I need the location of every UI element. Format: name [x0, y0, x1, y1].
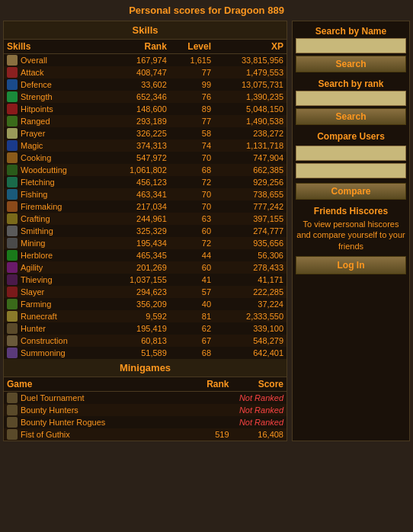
skill-name: Thieving — [21, 275, 53, 284]
skill-rank: 294,623 — [104, 286, 170, 298]
skill-level: 70 — [170, 188, 214, 200]
login-button[interactable]: Log In — [296, 256, 406, 274]
skill-level: 44 — [170, 249, 214, 261]
skill-name-cell: Overall — [4, 54, 104, 67]
skill-name-cell: Hunter — [4, 322, 104, 335]
skill-name-cell: Farming — [4, 298, 104, 310]
search-rank-button[interactable]: Search — [296, 108, 406, 125]
table-row: Firemaking 217,034 70 777,242 — [4, 200, 287, 213]
skill-name: Magic — [21, 141, 43, 150]
skill-name: Strength — [21, 92, 53, 101]
skill-name: Mining — [21, 239, 45, 248]
skill-rank: 547,972 — [104, 152, 170, 164]
smithing-icon — [7, 226, 18, 236]
search-name-button[interactable]: Search — [296, 56, 406, 72]
skill-level: 60 — [170, 225, 214, 237]
skill-level: 72 — [170, 176, 214, 188]
compare-input-2[interactable] — [296, 163, 406, 178]
skill-name-cell: Smithing — [4, 225, 104, 237]
search-name-label: Search by Name — [296, 26, 406, 37]
minigame-icon — [7, 393, 18, 403]
defence-icon — [7, 79, 18, 90]
skill-name-cell: Fishing — [4, 188, 104, 200]
woodcutting-icon — [7, 165, 18, 175]
friends-label: Friends Hiscores — [296, 206, 406, 216]
farming-icon — [7, 299, 18, 309]
skill-name-cell: Mining — [4, 237, 104, 249]
skill-name: Attack — [21, 68, 44, 77]
skill-name-cell: Prayer — [4, 127, 104, 139]
compare-input-1[interactable] — [296, 146, 406, 161]
skill-name: Overall — [21, 56, 47, 65]
mg-name: Duel Tournament — [21, 393, 85, 402]
table-row: Herblore 465,345 44 56,306 — [4, 249, 287, 261]
table-row: Ranged 293,189 77 1,490,538 — [4, 115, 287, 127]
skill-level: 1,615 — [170, 54, 214, 67]
table-row: Fishing 463,341 70 738,655 — [4, 188, 287, 200]
runecraft-icon — [7, 311, 18, 322]
skill-xp: 1,131,718 — [214, 139, 287, 152]
table-row: Slayer 294,623 57 222,285 — [4, 286, 287, 298]
mg-name-cell: Bounty Hunter Rogues — [4, 416, 183, 428]
friends-section: Friends Hiscores To view personal hiscor… — [296, 206, 406, 274]
skill-name-cell: Runecraft — [4, 310, 104, 322]
skill-level: 74 — [170, 139, 214, 152]
table-row: Hunter 195,419 62 339,100 — [4, 322, 287, 335]
skill-xp: 13,075,731 — [214, 79, 287, 91]
skill-rank: 326,225 — [104, 127, 170, 139]
minigame-icon — [7, 417, 18, 428]
skill-level: 70 — [170, 152, 214, 164]
skill-rank: 217,034 — [104, 200, 170, 213]
table-row: Hitpoints 148,600 89 5,048,150 — [4, 103, 287, 115]
skill-name: Construction — [21, 336, 68, 345]
skill-name-cell: Herblore — [4, 249, 104, 261]
skill-name: Runecraft — [21, 312, 57, 321]
skill-xp: 397,155 — [214, 213, 287, 225]
search-rank-label: Search by rank — [296, 79, 406, 89]
skill-level: 76 — [170, 91, 214, 103]
skill-rank: 463,341 — [104, 188, 170, 200]
skill-xp: 662,385 — [214, 164, 287, 176]
skill-level: 58 — [170, 127, 214, 139]
skill-rank: 244,961 — [104, 213, 170, 225]
hitpoints-icon — [7, 104, 18, 114]
table-row: Cooking 547,972 70 747,904 — [4, 152, 287, 164]
search-name-input[interactable] — [296, 38, 406, 53]
skill-rank: 195,419 — [104, 322, 170, 335]
skill-xp: 1,390,235 — [214, 91, 287, 103]
skill-name: Hitpoints — [21, 104, 53, 114]
skill-level: 41 — [170, 274, 214, 286]
fishing-icon — [7, 189, 18, 200]
compare-button[interactable]: Compare — [296, 183, 406, 200]
skill-name: Farming — [21, 300, 51, 309]
skill-xp: 222,285 — [214, 286, 287, 298]
skill-level: 40 — [170, 298, 214, 310]
skill-name: Herblore — [21, 251, 53, 260]
skill-name: Defence — [21, 80, 52, 89]
skill-name-cell: Ranged — [4, 115, 104, 127]
firemaking-icon — [7, 201, 18, 212]
skill-level: 77 — [170, 115, 214, 127]
skill-xp: 41,171 — [214, 274, 287, 286]
table-row: Summoning 51,589 68 642,401 — [4, 347, 287, 359]
mg-col-score: Score — [232, 377, 287, 392]
skill-xp: 5,048,150 — [214, 103, 287, 115]
skill-xp: 2,333,550 — [214, 310, 287, 322]
skill-name: Slayer — [21, 287, 44, 296]
skill-xp: 642,401 — [214, 347, 287, 359]
search-rank-input[interactable] — [296, 91, 406, 106]
skill-xp: 37,224 — [214, 298, 287, 310]
table-row: Fletching 456,123 72 929,256 — [4, 176, 287, 188]
minigames-header: Minigames — [4, 359, 287, 377]
skill-rank: 1,061,802 — [104, 164, 170, 176]
mg-name: Bounty Hunters — [21, 405, 78, 415]
col-rank: Rank — [104, 40, 170, 54]
table-row: Overall 167,974 1,615 33,815,956 — [4, 54, 287, 67]
mining-icon — [7, 238, 18, 248]
mg-name-cell: Fist of Guthix — [4, 428, 183, 441]
friends-desc: To view personal hiscores and compare yo… — [296, 219, 406, 252]
hunter-icon — [7, 323, 18, 334]
mg-name-cell: Bounty Hunters — [4, 404, 183, 416]
skill-level: 63 — [170, 213, 214, 225]
table-row: Farming 356,209 40 37,224 — [4, 298, 287, 310]
